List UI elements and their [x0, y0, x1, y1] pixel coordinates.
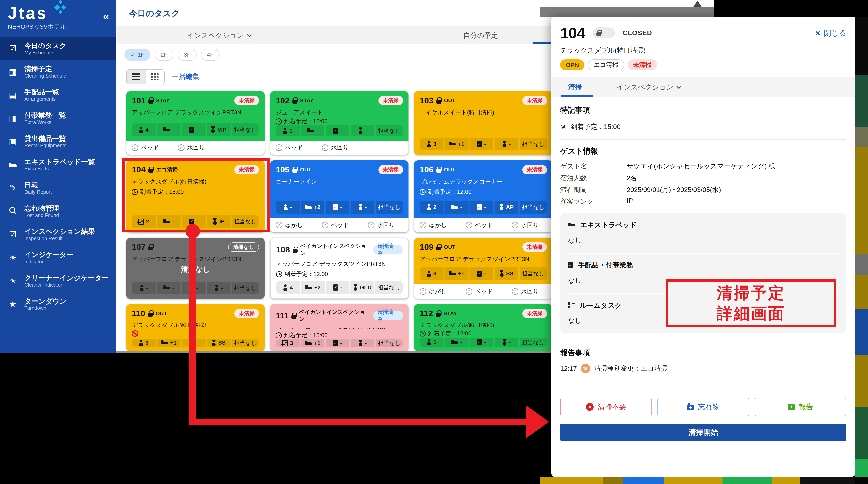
task-check-item[interactable]: 水回り	[512, 221, 539, 229]
guest-icon	[427, 270, 431, 277]
room-card-102[interactable]: 102STAY未清掃ジュニアスイート到着予定：12:001---担当なしベッド水…	[270, 91, 409, 155]
floor-chip-2f[interactable]: 2F	[155, 49, 173, 61]
sidebar-item-turndown[interactable]: ★ターンダウンTurndown	[0, 293, 116, 316]
task-check-item[interactable]: はがし	[276, 221, 303, 229]
sidebar-item-my-schedule[interactable]: ☑今日のタスクMy Schedule	[0, 37, 116, 60]
room-card-106[interactable]: 106OUT未清掃プレミアムデラックスコーナー到着予定：12:002--AP担当…	[414, 160, 553, 232]
document-stat: -	[326, 340, 349, 347]
card-header: 105OUT未清掃	[276, 165, 403, 174]
card-header: 102STAY未清掃	[276, 96, 403, 105]
check-circle-icon	[420, 288, 426, 295]
bed-stat: +1	[444, 267, 468, 280]
stat-value: -	[221, 285, 223, 291]
sidebar-item-cleaner-indicator[interactable]: ☀クリーナーインジケーターCleaner Indicator	[0, 269, 116, 293]
bulk-edit-button[interactable]: 一括編集	[172, 72, 199, 81]
sidebar-item-label: インスペクション結果	[24, 228, 95, 235]
report-button[interactable]: 報告	[755, 397, 846, 416]
room-card-108[interactable]: 108ベイカントインスペクション清掃済みアッパーフロア デラックスツインPRT3…	[270, 238, 409, 299]
task-check-item[interactable]: ベッド	[466, 221, 493, 229]
room-status: ベイカントインスペクション	[301, 243, 370, 257]
arrival-time: 到着予定：12:00	[284, 118, 328, 125]
floor-chip-1f[interactable]: ✓1F	[124, 49, 150, 61]
stat-value: AP	[506, 204, 514, 211]
task-check-item[interactable]: はがし	[420, 221, 447, 229]
backdrop-black-corner	[714, 0, 868, 17]
task-check-item[interactable]: 水回り	[322, 144, 349, 152]
room-card-109[interactable]: 109OUT未清掃アッパーフロア デラックスツインPRT3N3+1-SS担当なし…	[414, 238, 553, 299]
assignee-chip: 担当なし	[231, 339, 259, 347]
stat-value: VIP	[218, 127, 226, 133]
close-button[interactable]: × 閉じる	[815, 28, 846, 38]
clock-icon	[420, 331, 426, 336]
task-check-item[interactable]: ベッド	[276, 144, 303, 152]
sidebar-item-rental-equipments[interactable]: ▣貸出備品一覧Rental Equipments	[0, 130, 116, 153]
room-card-112[interactable]: 112STAY未清掃デラックスダブル(特日清掃)到着予定：12:001---担当…	[414, 304, 553, 351]
lock-icon	[293, 247, 298, 253]
floor-chip-4f[interactable]: 4F	[201, 49, 220, 61]
list-view-button[interactable]	[127, 70, 146, 84]
clock-icon	[276, 119, 282, 124]
task-check-item[interactable]: 水回り	[178, 144, 205, 152]
sidebar-item-extra-works[interactable]: ▥付帯業務一覧Extra Works	[0, 107, 116, 130]
modal-tab-cleaning[interactable]: 清掃	[568, 83, 582, 92]
room-card-105[interactable]: 105OUT未清掃コーナーツイン-+2--担当なしはがしベッド水回り	[270, 160, 409, 232]
modal-tab-inspection-label: インスペクション	[617, 83, 673, 92]
assignee-label: 担当なし	[234, 126, 256, 133]
sidebar-item-label: インジケーター	[24, 251, 74, 259]
sidebar-item-extra-beds[interactable]: エキストラベッド一覧Extra Beds	[0, 153, 116, 176]
task-label: ベッド	[475, 288, 493, 296]
assignee-label: 担当なし	[378, 284, 400, 291]
sidebar-item-cleaning-schedule[interactable]: ▦清掃予定Cleaning Schedule	[0, 60, 116, 84]
task-label: はがし	[285, 221, 303, 229]
status-badge: 未清掃	[522, 243, 547, 252]
guest-icon	[139, 340, 143, 346]
document-stat: -	[469, 201, 493, 214]
task-footer: はがしベッド水回り	[270, 218, 409, 232]
sidebar-item-arrangements[interactable]: ▤手配品一覧Arrangements	[0, 84, 116, 107]
stat-value: -	[196, 340, 198, 346]
grid-view-button[interactable]	[146, 70, 164, 84]
task-check-item[interactable]: はがし	[420, 288, 447, 296]
arrival-time: 到着予定：12:00	[428, 330, 471, 337]
task-check-item[interactable]: ベッド	[322, 221, 349, 229]
task-check-item[interactable]: 水回り	[368, 221, 395, 229]
action-button-label: 報告	[799, 402, 813, 412]
room-card-103[interactable]: 103OUT未清掃ロイヤルスイート(特日清掃)3+1--担当なし	[414, 91, 553, 155]
room-type: アッパーフロア デラックスツインPRT3N	[276, 260, 402, 268]
task-footer: はがしベッド水回り	[414, 284, 553, 299]
stat-value: -	[173, 285, 174, 291]
room-card-111[interactable]: 111ベイカントインスペクション清掃済みアッパーフロア デラックスツインPRT3…	[270, 304, 409, 351]
task-check-item[interactable]: ベッド	[132, 144, 159, 152]
task-check-item[interactable]: ベッド	[466, 288, 493, 296]
sidebar-collapse-button[interactable]: «	[103, 10, 110, 22]
modal-tab-inspection[interactable]: インスペクション	[617, 83, 680, 92]
report-text: 清掃種別変更：エコ清掃	[594, 364, 668, 373]
sidebar-item-daily-report[interactable]: ✎日報Daily Report	[0, 176, 116, 200]
sidebar-item-sublabel: Cleaning Schedule	[24, 73, 66, 79]
stat-value: -	[460, 204, 462, 211]
sidebar-item-indicator[interactable]: ☀インジケーターIndicator	[0, 246, 116, 269]
stat-value: 1	[289, 128, 292, 134]
stat-value: -	[365, 128, 367, 134]
task-check-item[interactable]: 水回り	[512, 288, 539, 296]
info-section: エキストラベッドなし	[568, 213, 839, 253]
tab-my-schedule[interactable]: 自分の予定	[463, 31, 498, 40]
x-circle-icon	[586, 403, 594, 411]
card-header: 106OUT未清掃	[420, 165, 547, 174]
sidebar-item-inspection-result[interactable]: ☑インスペクション結果Inspection Result	[0, 223, 116, 246]
bed-icon	[163, 127, 170, 132]
sidebar-item-lost-and-found[interactable]: 忘れ物管理Lost and Found	[0, 200, 116, 223]
status-badge-eco: エコ清掃	[588, 59, 624, 70]
check-circle-icon	[420, 222, 426, 228]
lock-toggle[interactable]	[593, 27, 615, 38]
assignee-label: 担当なし	[522, 203, 545, 211]
doc-icon: ▤	[7, 91, 19, 100]
scroll-top-icon[interactable]	[693, 1, 702, 7]
rank-icon	[499, 270, 504, 277]
start-cleaning-button[interactable]: 清掃開始	[560, 424, 846, 442]
tab-inspection[interactable]: インスペクション	[187, 31, 251, 40]
lost-item-button[interactable]: 忘れ物	[657, 397, 749, 416]
floor-chip-3f[interactable]: 3F	[178, 49, 196, 61]
no-cleaning-button[interactable]: 清掃不要	[560, 397, 652, 416]
room-card-101[interactable]: 101STAY未清掃アッパーフロア デラックスツインPRT3N4--VIP担当な…	[126, 91, 265, 155]
